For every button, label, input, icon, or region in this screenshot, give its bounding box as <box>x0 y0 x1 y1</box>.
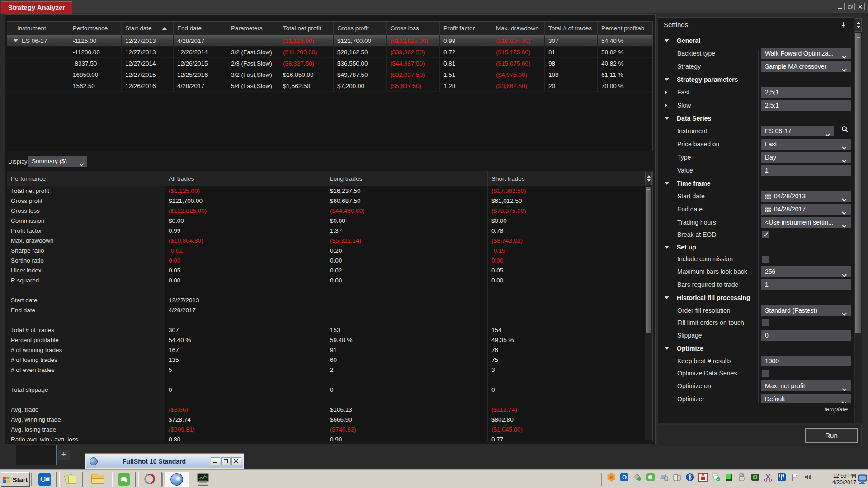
settings-row[interactable]: Optimize Data Series <box>658 367 854 379</box>
display-dropdown[interactable]: Summary ($) <box>28 156 87 167</box>
settings-input[interactable]: 0 <box>761 330 851 341</box>
settings-row[interactable]: Fast2;5;1 <box>658 85 854 99</box>
settings-row[interactable]: Bars required to trade1 <box>658 278 854 291</box>
settings-row[interactable]: Keep best # results1000 <box>658 354 854 367</box>
column-header[interactable]: Profit factor <box>440 22 492 35</box>
search-icon[interactable] <box>841 126 849 135</box>
column-header[interactable]: Gross profit <box>334 22 387 35</box>
evernote-tray-icon[interactable] <box>646 472 656 482</box>
settings-row[interactable]: OptimizerDefault <box>658 392 854 403</box>
summary-row[interactable] <box>7 375 652 385</box>
taskbar-clock[interactable]: 12:59 PM 4/30/2017 <box>832 473 856 486</box>
settings-row[interactable]: TypeDay <box>658 150 854 164</box>
column-header[interactable]: Start date <box>122 22 174 35</box>
summary-row[interactable]: Sharpe ratio-0.010.20-0.19 <box>7 246 652 256</box>
section-header[interactable]: Set up <box>658 241 854 253</box>
beacon-tray-icon[interactable] <box>777 472 787 482</box>
checkbox[interactable] <box>762 256 769 263</box>
column-header[interactable]: Long trades <box>326 171 488 186</box>
pin-icon[interactable] <box>841 21 846 30</box>
summary-row[interactable]: Sortino ratio0.000.000.00 <box>7 256 652 266</box>
summary-row[interactable]: Start date12/27/2013 <box>7 296 652 305</box>
expander-icon[interactable] <box>14 39 18 42</box>
settings-dropdown[interactable]: 04/28/2017 <box>761 204 851 215</box>
settings-scrollbar[interactable] <box>855 18 862 423</box>
scrollbar-thumb[interactable] <box>646 187 651 333</box>
summary-row[interactable]: Avg. losing trade($909.81)($740.83)($1,0… <box>7 425 652 435</box>
summary-row[interactable]: Percent profitable54.40 %59.48 %49.35 % <box>7 335 652 345</box>
memory-tray-icon[interactable] <box>724 472 734 482</box>
summary-row[interactable]: Profit factor0.991.370.78 <box>7 226 652 236</box>
settings-input[interactable]: 1000 <box>761 356 851 366</box>
fullshot-window[interactable]: FullShot 10 Standard <box>85 453 244 470</box>
table-row[interactable]: ES 06-17-1125.0012/27/20134/28/2017($1,1… <box>7 35 652 47</box>
flower-tray-icon[interactable] <box>606 472 616 482</box>
pc-tray-icon[interactable] <box>659 472 669 482</box>
table-row[interactable]: -8337.5012/27/201412/26/20152/3 (Fast,Sl… <box>7 58 652 69</box>
section-header[interactable]: Time frame <box>658 178 854 189</box>
packages-tray-icon[interactable] <box>711 472 721 482</box>
mouse-tray-icon[interactable] <box>632 472 642 482</box>
settings-row[interactable]: Maximum bars look back256 <box>658 265 854 278</box>
settings-dropdown[interactable]: Max. net profit <box>761 380 851 391</box>
settings-row[interactable]: Optimize onMax. net profit <box>658 379 854 392</box>
column-header[interactable]: Total net profit <box>279 22 334 35</box>
summary-row[interactable] <box>7 315 652 325</box>
table-row[interactable]: 1562.5012/26/20164/28/20175/4 (Fast,Slow… <box>7 80 652 92</box>
minimize-button[interactable] <box>211 457 220 465</box>
usb-tray-icon[interactable] <box>737 472 747 482</box>
run-button[interactable]: Run <box>805 428 858 443</box>
expander-icon[interactable] <box>665 103 667 108</box>
settings-row[interactable]: Backtest typeWalk Foward Optimiza... <box>658 47 854 60</box>
outlook-tray-icon[interactable]: O <box>619 472 629 482</box>
folder-taskbar-button[interactable] <box>86 472 109 487</box>
settings-row[interactable]: Slow2;5;1 <box>658 99 854 112</box>
checkbox[interactable] <box>762 370 769 377</box>
expander-icon[interactable] <box>665 90 667 94</box>
summary-row[interactable]: # of winning trades1679176 <box>7 345 652 355</box>
start-button[interactable]: Start <box>1 472 30 487</box>
checkbox[interactable] <box>762 231 769 238</box>
summary-row[interactable]: # of even trades523 <box>7 365 652 375</box>
summary-row[interactable]: Avg. trade($3.66)$106.13($112.74) <box>7 405 652 415</box>
restore-button[interactable] <box>846 3 855 10</box>
column-header[interactable]: Total # of trades <box>545 22 598 35</box>
settings-input[interactable]: 1 <box>761 165 851 176</box>
bluetooth-tray-icon[interactable] <box>685 472 695 482</box>
evernote-taskbar-button[interactable] <box>112 472 136 487</box>
show-desktop-button[interactable] <box>858 474 867 484</box>
summary-row[interactable] <box>7 395 652 405</box>
column-header[interactable]: Performance <box>69 22 122 35</box>
column-header[interactable]: Performance <box>7 171 165 186</box>
column-header[interactable]: Gross loss <box>387 22 440 35</box>
lock-tray-icon[interactable] <box>698 472 708 482</box>
section-header[interactable]: Data Series <box>658 113 854 124</box>
minimize-button[interactable] <box>836 3 845 10</box>
scroll-arrows[interactable] <box>855 18 862 32</box>
settings-row[interactable]: Value1 <box>658 164 854 177</box>
restore-button[interactable] <box>221 457 231 465</box>
settings-dropdown[interactable]: Default <box>761 394 851 403</box>
settings-dropdown[interactable]: Last <box>761 139 851 150</box>
column-header[interactable]: Max. drawdown <box>492 22 545 35</box>
column-header[interactable]: End date <box>174 22 227 35</box>
column-header[interactable]: Short trades <box>488 171 646 186</box>
settings-row[interactable]: InstrumentES 06-17 <box>658 124 854 137</box>
notes-taskbar-button[interactable] <box>59 472 83 487</box>
settings-row[interactable]: Break at EOD <box>658 229 854 240</box>
outlook-taskbar-button[interactable]: O <box>33 472 57 487</box>
checkbox[interactable] <box>762 319 769 326</box>
column-header[interactable]: All trades <box>165 171 326 186</box>
table-row[interactable]: 16850.0012/27/201512/25/20163/2 (Fast,Sl… <box>7 69 652 80</box>
settings-row[interactable]: Start date04/28/2013 <box>658 189 854 202</box>
summary-row[interactable]: Ulcer index0.050.020.05 <box>7 266 652 276</box>
settings-dropdown[interactable]: 04/28/2013 <box>761 191 851 202</box>
summary-row[interactable]: Ratio avg. win / avg. loss0.800.900.77 <box>7 435 652 441</box>
settings-row[interactable]: Price based onLast <box>658 137 854 150</box>
summary-row[interactable]: Gross loss($122,825.00)($44,450.00)($78,… <box>7 206 652 216</box>
section-header[interactable]: Optimize <box>658 343 854 354</box>
camera-tray-icon[interactable] <box>750 472 760 482</box>
settings-dropdown[interactable]: ES 06-17 <box>761 126 834 136</box>
settings-row[interactable]: Slippage0 <box>658 328 854 342</box>
summary-row[interactable]: Total net profit($1,125.00)$16,237.50($1… <box>7 186 652 196</box>
